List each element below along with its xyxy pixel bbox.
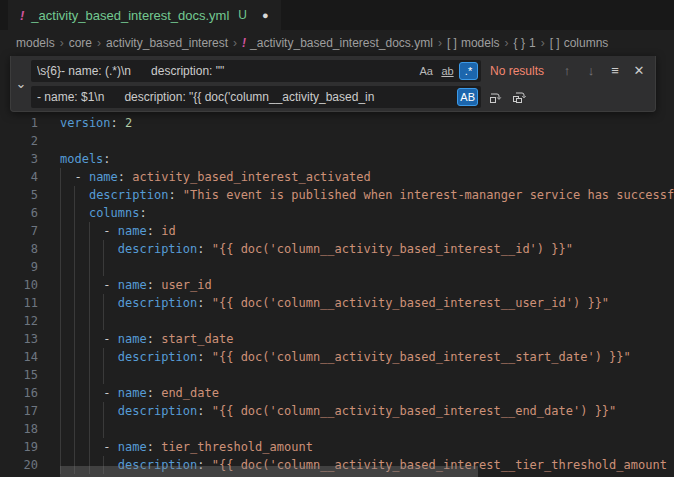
breadcrumb-item[interactable]: core	[69, 36, 92, 50]
match-case-button[interactable]: Aa	[417, 62, 436, 80]
line-number: 1	[0, 114, 38, 132]
line-number: 19	[0, 438, 38, 456]
breadcrumb-label: 1	[529, 36, 536, 50]
replace-icon	[487, 89, 503, 105]
code-line: 12	[0, 312, 674, 330]
replace-all-icon	[511, 89, 527, 105]
results-count: No results	[490, 64, 544, 78]
breadcrumb-label: _activity_based_interest_docs.yml	[250, 36, 433, 50]
code-line: 2	[0, 132, 674, 150]
code-line: 13 - name: start_date	[0, 330, 674, 348]
modified-dot-icon[interactable]: ●	[262, 9, 269, 21]
line-number: 17	[0, 402, 38, 420]
breadcrumb-item[interactable]: [ ]models	[447, 36, 500, 50]
line-number: 2	[0, 132, 38, 150]
code-line: 5 description: "This event is published …	[0, 186, 674, 204]
indent-guide	[89, 258, 90, 276]
breadcrumb-item[interactable]: activity_based_interest	[106, 36, 228, 50]
close-button[interactable]: ✕	[629, 61, 649, 81]
line-number: 20	[0, 456, 38, 474]
breadcrumb-separator: ›	[60, 36, 64, 50]
code-text: - name: user_id	[60, 276, 212, 294]
line-number: 14	[0, 348, 38, 366]
next-match-button[interactable]: ↓	[581, 61, 601, 81]
find-replace-widget: ⌄ Aa ab .* No results ↑ ↓ ≡ ✕	[10, 56, 656, 112]
indent-guide	[89, 366, 90, 384]
replace-row: AB	[31, 86, 649, 108]
indent-guide	[74, 258, 75, 276]
code-text: description: "{{ doc('column__activity_b…	[60, 402, 616, 420]
git-untracked-badge: U	[238, 8, 247, 22]
breadcrumb-label: columns	[564, 36, 609, 50]
indent-guide	[74, 312, 75, 330]
breadcrumb-item[interactable]: !_activity_based_interest_docs.yml	[242, 36, 433, 50]
tab-filename: _activity_based_interest_docs.yml	[31, 8, 229, 23]
indent-guide	[60, 366, 61, 384]
breadcrumb-item[interactable]: [ ]columns	[550, 36, 609, 50]
replace-button[interactable]	[485, 87, 505, 107]
code-line: 9	[0, 258, 674, 276]
code-line: 19 - name: tier_threshold_amount	[0, 438, 674, 456]
indent-guide	[103, 366, 104, 384]
horizontal-scrollbar[interactable]	[60, 466, 478, 477]
replace-input[interactable]	[31, 86, 481, 108]
indent-guide	[60, 420, 61, 438]
yaml-file-icon: !	[242, 36, 246, 50]
tab-activity-based-interest-docs[interactable]: ! _activity_based_interest_docs.yml U ●	[8, 0, 281, 30]
whole-word-button[interactable]: ab	[438, 62, 457, 80]
code-text: description: "{{ doc('column__activity_b…	[60, 294, 609, 312]
indent-guide	[60, 312, 61, 330]
breadcrumb-label: activity_based_interest	[106, 36, 228, 50]
preserve-case-button[interactable]: AB	[457, 88, 478, 106]
breadcrumb-item[interactable]: { }1	[514, 36, 536, 50]
code-line: 6 columns:	[0, 204, 674, 222]
line-number: 10	[0, 276, 38, 294]
breadcrumb-label: models	[461, 36, 500, 50]
symbol-icon: [ ]	[447, 36, 457, 50]
breadcrumb-separator: ›	[233, 36, 237, 50]
code-text: - name: start_date	[60, 330, 233, 348]
code-line: 18	[0, 420, 674, 438]
find-in-selection-button[interactable]: ≡	[605, 61, 625, 81]
toggle-replace-button[interactable]: ⌄	[11, 56, 31, 111]
line-number: 8	[0, 240, 38, 258]
breadcrumb-separator: ›	[541, 36, 545, 50]
code-line: 16 - name: end_date	[0, 384, 674, 402]
tab-bar: ! _activity_based_interest_docs.yml U ●	[0, 0, 674, 30]
code-line: 7 - name: id	[0, 222, 674, 240]
chevron-down-icon: ⌄	[16, 76, 27, 91]
indent-guide	[74, 366, 75, 384]
breadcrumb: models›core›activity_based_interest›!_ac…	[0, 30, 674, 55]
indent-guide	[89, 312, 90, 330]
code-line: 17 description: "{{ doc('column__activit…	[0, 402, 674, 420]
line-number: 13	[0, 330, 38, 348]
editor[interactable]: 1version: 223models:4 - name: activity_b…	[0, 55, 674, 477]
line-number: 11	[0, 294, 38, 312]
code-text: - name: tier_threshold_amount	[60, 438, 313, 456]
yaml-file-icon: !	[20, 8, 24, 23]
code-line: 15	[0, 366, 674, 384]
line-number: 12	[0, 312, 38, 330]
indent-guide	[89, 420, 90, 438]
code-text: description: "{{ doc('column__activity_b…	[60, 348, 631, 366]
code-text: description: "{{ doc('column__activity_b…	[60, 240, 573, 258]
indent-guide	[74, 420, 75, 438]
line-number: 9	[0, 258, 38, 276]
code-line: 1version: 2	[0, 114, 674, 132]
line-number: 16	[0, 384, 38, 402]
symbol-icon: { }	[514, 36, 525, 50]
replace-all-button[interactable]	[509, 87, 529, 107]
code-line: 10 - name: user_id	[0, 276, 674, 294]
breadcrumb-separator: ›	[505, 36, 509, 50]
regex-button[interactable]: .*	[459, 62, 478, 80]
indent-guide	[103, 258, 104, 276]
code-line: 8 description: "{{ doc('column__activity…	[0, 240, 674, 258]
breadcrumb-item[interactable]: models	[16, 36, 55, 50]
breadcrumb-separator: ›	[97, 36, 101, 50]
code-line: 3models:	[0, 150, 674, 168]
find-input[interactable]	[31, 60, 481, 82]
indent-guide	[103, 420, 104, 438]
code-text: - name: end_date	[60, 384, 219, 402]
code-text: columns:	[60, 204, 147, 222]
previous-match-button[interactable]: ↑	[557, 61, 577, 81]
